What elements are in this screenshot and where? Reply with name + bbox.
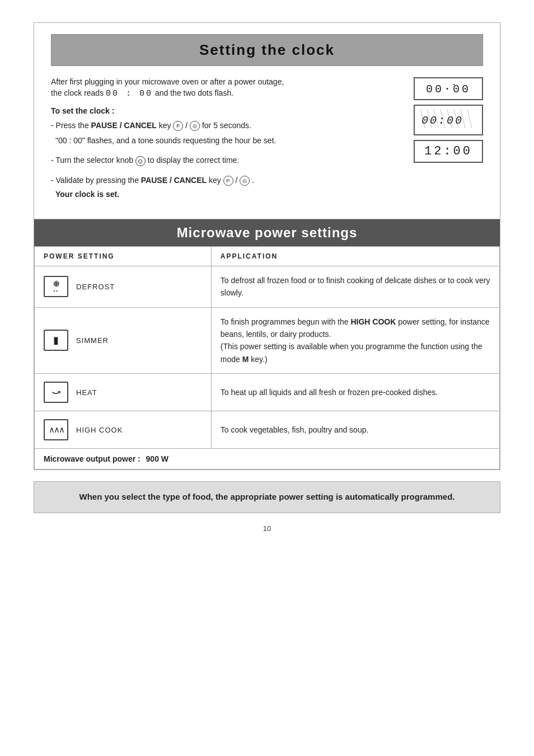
table-row: ∧∧∧ HIGH COOK To cook vegetables, fish, …: [35, 411, 500, 449]
clock-display-1: 00·̇00: [414, 77, 483, 100]
table-header-row: POWER SETTING APPLICATION: [35, 246, 500, 266]
highcook-setting-cell: ∧∧∧ HIGH COOK: [35, 411, 212, 449]
svg-text:00:00: 00:00: [421, 114, 463, 127]
selector-knob-icon: ⊙: [135, 156, 146, 166]
col-power-setting-header: POWER SETTING: [35, 246, 212, 266]
setting-clock-title-box: Setting the clock: [51, 34, 483, 66]
table-row: ▮ SIMMER To finish programmes begun with…: [35, 307, 500, 374]
clock-displays-column: 00·̇00 ​ 00:00: [386, 77, 483, 163]
power-settings-section: Microwave power settings POWER SETTING A…: [34, 219, 500, 470]
output-value: 900 W: [146, 454, 168, 463]
power-table: POWER SETTING APPLICATION ❅ •• DEFROST: [34, 246, 500, 469]
intro-text2: the clock reads 00 : 00 and the two dots…: [51, 88, 386, 98]
highcook-icon: ∧∧∧: [44, 419, 68, 440]
clock-display-3: 12:00: [414, 140, 483, 163]
page-number: 10: [34, 524, 500, 533]
setting-clock-section: Setting the clock After first plugging i…: [34, 22, 500, 219]
heat-application: To heat up all liquids and all fresh or …: [211, 374, 499, 411]
step2: - Turn the selector knob ⊙ to display th…: [51, 153, 386, 167]
step3: - Validate by pressing the PAUSE / CANCE…: [51, 173, 386, 187]
col-application-header: APPLICATION: [211, 246, 499, 266]
heat-cell-inner: ⤻ HEAT: [44, 382, 202, 403]
cancel-icon-2: ◎: [240, 176, 250, 186]
note-text: When you select the type of food, the ap…: [48, 491, 486, 504]
pause-icon-1: P: [173, 121, 183, 131]
table-row: ❅ •• DEFROST To defrost all frozen food …: [35, 266, 500, 307]
power-settings-title-box: Microwave power settings: [34, 219, 500, 246]
defrost-icon: ❅ ••: [44, 276, 68, 297]
step1: - Press the PAUSE / CANCEL key P / ◎ for…: [51, 119, 386, 133]
defrost-application: To defrost all frozen food or to finish …: [211, 266, 499, 307]
display-inline-1: 00 : 00: [106, 89, 153, 98]
defrost-label: DEFROST: [76, 283, 115, 291]
clock-set-label: Your clock is set.: [51, 190, 386, 199]
heat-icon: ⤻: [44, 382, 68, 403]
flashing-display-svg: 00:00: [420, 109, 476, 128]
simmer-cell-inner: ▮ SIMMER: [44, 330, 202, 351]
cancel-icon-1: ◎: [190, 121, 200, 131]
defrost-setting-cell: ❅ •• DEFROST: [35, 266, 212, 307]
intro-text: After first plugging in your microwave o…: [51, 77, 386, 86]
intro-row: After first plugging in your microwave o…: [51, 77, 483, 199]
highcook-cell-inner: ∧∧∧ HIGH COOK: [44, 419, 202, 440]
highcook-label: HIGH COOK: [76, 426, 123, 434]
output-row: Microwave output power : 900 W: [35, 449, 500, 469]
heat-setting-cell: ⤻ HEAT: [35, 374, 212, 411]
power-settings-title: Microwave power settings: [45, 225, 489, 241]
to-set-label: To set the clock :: [51, 106, 386, 115]
highcook-application: To cook vegetables, fish, poultry and so…: [211, 411, 499, 449]
pause-icon-2: P: [223, 176, 233, 186]
defrost-cell-inner: ❅ •• DEFROST: [44, 276, 202, 297]
simmer-application: To finish programmes begun with the HIGH…: [211, 307, 499, 374]
steps-area: After first plugging in your microwave o…: [51, 77, 386, 199]
table-row: ⤻ HEAT To heat up all liquids and all fr…: [35, 374, 500, 411]
output-cell: Microwave output power : 900 W: [35, 449, 500, 469]
svg-line-8: [467, 109, 472, 128]
heat-label: HEAT: [76, 388, 97, 397]
simmer-icon: ▮: [44, 330, 68, 351]
step1-quote: "00 : 00" flashes, and a tone sounds req…: [51, 134, 386, 148]
setting-clock-title: Setting the clock: [63, 41, 471, 59]
simmer-label: SIMMER: [76, 336, 109, 345]
auto-programme-note: When you select the type of food, the ap…: [34, 481, 500, 513]
clock-display-2: ​ 00:00: [414, 105, 483, 135]
simmer-setting-cell: ▮ SIMMER: [35, 307, 212, 374]
